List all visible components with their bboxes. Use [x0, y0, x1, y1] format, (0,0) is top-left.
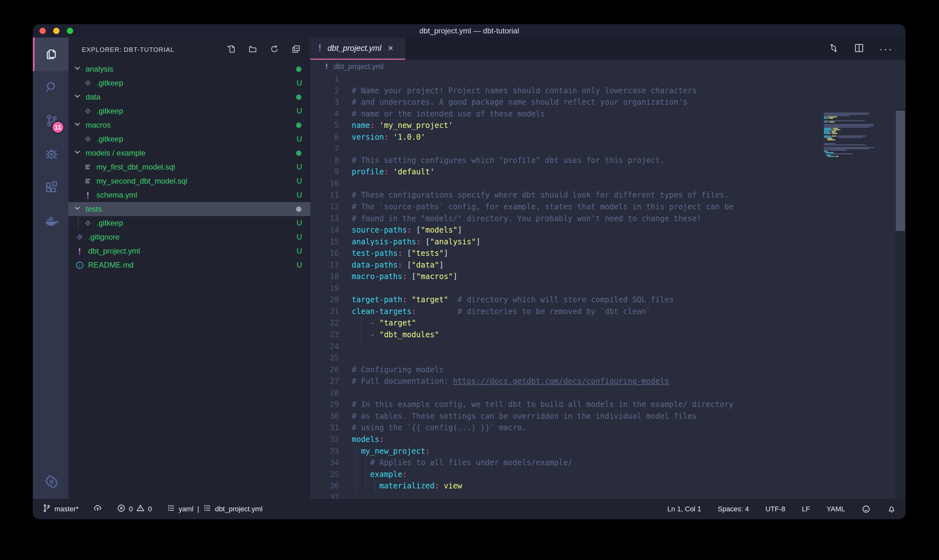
close-tab-icon[interactable]: × [388, 43, 393, 54]
code-line[interactable] [352, 283, 905, 294]
window-title: dbt_project.yml — dbt-tutorial [419, 26, 519, 35]
code-line[interactable]: data-paths: ["data"] [352, 259, 905, 271]
code-line[interactable]: # Name your project! Project names shoul… [352, 85, 905, 97]
code-line[interactable] [352, 341, 905, 352]
code-line[interactable]: # This setting configures which "profile… [352, 155, 905, 166]
tree-item-analysis[interactable]: analysis [68, 62, 310, 76]
activity-docker-button[interactable] [33, 205, 68, 238]
line-number: 13 [310, 213, 352, 225]
tree-item-my-first-dbt-model-sql[interactable]: my_first_dbt_model.sqlU [68, 160, 310, 174]
code-line[interactable]: analysis-paths: ["analysis"] [352, 236, 905, 248]
activity-settings-button[interactable] [33, 466, 68, 499]
activity-source-control-button[interactable]: 11 [33, 105, 68, 138]
code-line[interactable]: source-paths: ["models"] [352, 224, 905, 236]
code-line[interactable] [352, 143, 905, 155]
minimize-window-button[interactable] [53, 28, 60, 34]
code-line[interactable]: # In this example config, we tell dbt to… [352, 399, 905, 411]
tree-item-my-second-dbt-model-sql[interactable]: my_second_dbt_model.sqlU [68, 174, 310, 188]
code-line[interactable]: materialized: view [352, 480, 905, 492]
tree-item-schema-yml[interactable]: !schema.ymlU [68, 188, 310, 202]
code-line[interactable]: # The `source-paths` config, for example… [352, 201, 905, 213]
code-line[interactable]: name: 'my_new_project' [352, 120, 905, 131]
tree-item-dbt-project-yml[interactable]: !dbt_project.ymlU [68, 244, 310, 258]
chevron-down-icon [73, 148, 82, 158]
eol-setting[interactable]: LF [802, 505, 810, 513]
code-line[interactable]: target-path: "target" # directory which … [352, 294, 905, 306]
activity-extensions-button[interactable] [33, 171, 68, 205]
activity-explorer-button[interactable] [33, 37, 68, 71]
code-line[interactable]: # These configurations specify where dbt… [352, 189, 905, 201]
collapse-all-icon[interactable] [291, 44, 301, 55]
tree-item-models-example[interactable]: models / example [68, 146, 310, 160]
split-editor-icon[interactable] [854, 43, 865, 55]
code-line[interactable]: example: [352, 469, 905, 480]
tree-item--gitkeep[interactable]: .gitkeepU [68, 104, 310, 118]
tree-item--gitignore[interactable]: .gitignoreU [68, 230, 310, 244]
tree-item--gitkeep[interactable]: .gitkeepU [68, 76, 310, 90]
code-line[interactable] [352, 178, 905, 190]
code-line[interactable]: - "dbt_modules" [352, 329, 905, 341]
code-line[interactable]: # as tables. These settings can be overr… [352, 411, 905, 422]
code-line[interactable]: profile: 'default' [352, 166, 905, 178]
tree-item-readme-md[interactable]: README.mdU [68, 258, 310, 272]
tab-dbt-project-yml[interactable]: ! dbt_project.yml × [310, 37, 405, 60]
breadcrumb[interactable]: ! dbt_project.yml [310, 60, 905, 73]
encoding-setting[interactable]: UTF-8 [765, 505, 785, 513]
code-line[interactable]: # found in the "models/" directory. You … [352, 213, 905, 225]
new-file-icon[interactable] [226, 44, 236, 55]
code-line[interactable]: # Configuring models [352, 364, 905, 376]
code-line[interactable]: models: [352, 434, 905, 445]
code-editor[interactable]: 1234567891011121314151617181920212223242… [310, 73, 905, 499]
indentation-setting[interactable]: Spaces: 4 [718, 505, 749, 513]
code-line[interactable]: # Full documentation: https://docs.getdb… [352, 375, 905, 387]
code-lines[interactable]: # Name your project! Project names shoul… [352, 73, 905, 499]
tree-item-label: my_first_dbt_model.sql [97, 163, 175, 171]
git-branch-status[interactable]: master* [42, 504, 79, 514]
tree-item-tests[interactable]: tests [68, 202, 310, 216]
feedback-smiley-icon[interactable] [862, 505, 871, 514]
tab-label: dbt_project.yml [328, 44, 382, 53]
chevron-down-icon [73, 120, 82, 131]
breadcrumb-file-label[interactable]: dbt_project.yml [334, 62, 383, 71]
zoom-window-button[interactable] [67, 28, 73, 34]
scrollbar-thumb[interactable] [896, 111, 905, 231]
activity-search-button[interactable] [33, 71, 68, 105]
language-mode[interactable]: YAML [827, 505, 845, 513]
code-line[interactable] [352, 73, 905, 85]
code-line[interactable] [352, 492, 905, 499]
code-line[interactable]: clean-targets: # directories to be remov… [352, 306, 905, 317]
indent-guide [356, 480, 357, 492]
line-number: 9 [310, 166, 352, 178]
sync-status[interactable] [93, 504, 102, 514]
code-line[interactable] [352, 352, 905, 364]
code-line[interactable]: # and underscores. A good package name s… [352, 96, 905, 108]
code-line[interactable]: my_new_project: [352, 445, 905, 457]
notifications-bell-icon[interactable] [887, 505, 896, 514]
task-yaml-status[interactable]: yaml | dbt_project.yml [166, 504, 262, 514]
code-line[interactable]: macro-paths: ["macros"] [352, 271, 905, 283]
vscode-window: dbt_project.yml — dbt-tutorial 11 [33, 24, 905, 519]
code-line[interactable] [352, 387, 905, 399]
code-line[interactable]: test-paths: ["tests"] [352, 248, 905, 259]
cursor-position[interactable]: Ln 1, Col 1 [667, 505, 701, 513]
code-line[interactable]: # using the `{{ config(...) }}` macro. [352, 422, 905, 434]
minimap[interactable] [824, 111, 894, 158]
more-actions-icon[interactable]: ··· [879, 43, 893, 55]
line-number: 20 [310, 294, 352, 306]
refresh-icon[interactable] [269, 44, 279, 55]
close-window-button[interactable] [40, 28, 46, 34]
tree-item-label: schema.yml [97, 191, 137, 200]
tree-item-data[interactable]: data [68, 90, 310, 104]
code-line[interactable]: - "target" [352, 317, 905, 329]
tree-item--gitkeep[interactable]: .gitkeepU [68, 216, 310, 230]
code-line[interactable]: # Applies to all files under models/exam… [352, 457, 905, 469]
tree-item-macros[interactable]: macros [68, 118, 310, 132]
activity-debug-button[interactable] [33, 138, 68, 171]
new-folder-icon[interactable] [248, 44, 257, 55]
tree-item--gitkeep[interactable]: .gitkeepU [68, 132, 310, 146]
problems-status[interactable]: 0 0 [117, 504, 152, 514]
code-line[interactable]: # name or the intended use of these mode… [352, 108, 905, 120]
open-changes-icon[interactable] [828, 43, 839, 55]
code-line[interactable]: version: '1.0.0' [352, 131, 905, 143]
scrollbar-track[interactable] [895, 109, 905, 499]
